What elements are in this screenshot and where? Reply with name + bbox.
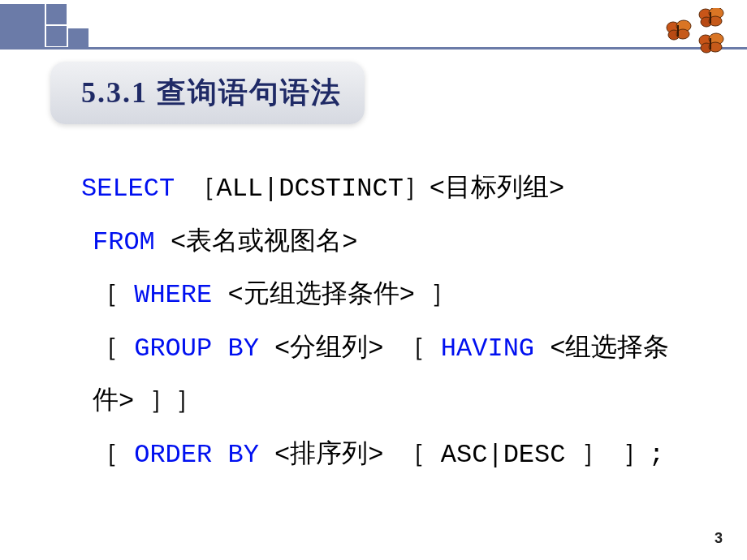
code-line-orderby: ［ ORDER BY <排序列> ［ ASC|DESC ］ ］; — [81, 429, 690, 482]
code-text: ［ — [93, 280, 134, 310]
butterfly-decoration — [659, 8, 732, 65]
keyword-from: FROM — [93, 227, 155, 257]
corner-squares-decoration — [0, 4, 89, 49]
code-text: <表名或视图名> — [155, 227, 358, 257]
svg-rect-14 — [710, 38, 711, 50]
code-text: <分组列> ［ — [259, 334, 441, 364]
svg-rect-4 — [677, 25, 679, 37]
code-line-groupby: ［ GROUP BY <分组列> ［ HAVING <组选择条件> ］］ — [81, 322, 690, 429]
square-small — [46, 26, 67, 46]
keyword-select: SELECT — [81, 174, 175, 204]
code-text: ［ALL|DCSTINCT］<目标列组> — [190, 174, 564, 204]
code-text: <排序列> ［ ASC|DESC ］ ］; — [259, 440, 664, 470]
code-text: ［ — [93, 334, 134, 364]
code-text: <元组选择条件> ］ — [212, 280, 456, 310]
keyword-groupby: GROUP BY — [134, 334, 259, 364]
section-title: 5.3.1 查询语句语法 — [81, 76, 342, 109]
keyword-where: WHERE — [134, 280, 212, 310]
code-text: ［ — [93, 440, 134, 470]
butterfly-icon — [659, 8, 732, 65]
square-small — [46, 4, 67, 24]
code-line-from: FROM <表名或视图名> — [81, 216, 690, 269]
code-line-where: ［ WHERE <元组选择条件> ］ — [81, 269, 690, 322]
page-number: 3 — [715, 530, 723, 547]
square-large — [0, 4, 45, 49]
keyword-having: HAVING — [441, 334, 534, 364]
top-separator-line — [0, 47, 747, 50]
keyword-orderby: ORDER BY — [134, 440, 259, 470]
code-line-select: SELECT ［ALL|DCSTINCT］<目标列组> — [81, 162, 690, 216]
square-small — [68, 28, 89, 49]
section-title-box: 5.3.1 查询语句语法 — [50, 62, 365, 124]
svg-rect-9 — [710, 12, 711, 24]
sql-syntax-block: SELECT ［ALL|DCSTINCT］<目标列组> FROM <表名或视图名… — [81, 162, 690, 482]
